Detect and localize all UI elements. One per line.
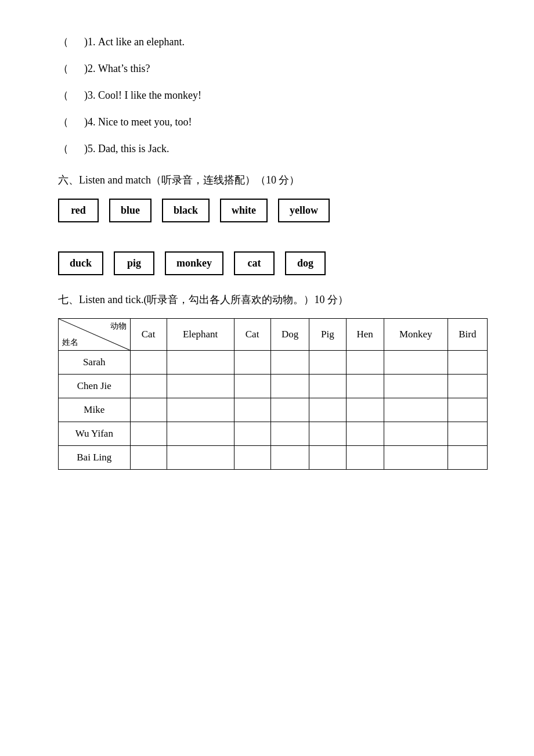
section-7: 七、Listen and tick.(听录音，勾出各人所喜欢的动物。）10 分）… <box>58 293 488 470</box>
listen-list: （ )1. Act like an elephant. （ )2. What’s… <box>58 35 488 156</box>
table-header-row: 动物 姓名 Cat Elephant Cat Dog Pig Hen Monke… <box>59 319 488 351</box>
cell <box>167 351 234 375</box>
cell <box>448 422 487 446</box>
animal-word-duck: duck <box>58 251 103 275</box>
cell <box>167 375 234 398</box>
table-row: Sarah <box>59 351 488 375</box>
table-row: Wu Yifan <box>59 422 488 446</box>
cell <box>167 422 234 446</box>
cell <box>270 351 309 375</box>
color-words-row: red blue black white yellow <box>58 199 488 222</box>
cell <box>384 351 448 375</box>
section-6-title: 六、Listen and match（听录音，连线搭配）（10 分） <box>58 173 488 187</box>
section-5: （ )1. Act like an elephant. （ )2. What’s… <box>58 35 488 156</box>
cell <box>346 446 384 470</box>
section-7-title: 七、Listen and tick.(听录音，勾出各人所喜欢的动物。）10 分） <box>58 293 488 307</box>
cell <box>448 446 487 470</box>
table-row: Bai Ling <box>59 446 488 470</box>
cell <box>309 351 346 375</box>
cell <box>234 351 270 375</box>
animal-words-row: duck pig monkey cat dog <box>58 251 488 275</box>
cell <box>270 446 309 470</box>
cell <box>309 446 346 470</box>
tick-table: 动物 姓名 Cat Elephant Cat Dog Pig Hen Monke… <box>58 318 488 470</box>
cell <box>234 422 270 446</box>
table-row: Chen Jie <box>59 375 488 398</box>
col-header-bird: Bird <box>448 319 487 351</box>
col-header-dog: Dog <box>270 319 309 351</box>
cell <box>234 398 270 422</box>
list-item: （ )4. Nice to meet you, too! <box>58 115 488 129</box>
cell <box>130 422 167 446</box>
cell <box>309 375 346 398</box>
cell <box>130 375 167 398</box>
list-item: （ )5. Dad, this is Jack. <box>58 142 488 156</box>
cell <box>167 398 234 422</box>
cell <box>270 422 309 446</box>
col-header-cat2: Cat <box>234 319 270 351</box>
cell <box>448 398 487 422</box>
cell <box>448 375 487 398</box>
cell <box>270 375 309 398</box>
cell <box>130 351 167 375</box>
cell <box>346 398 384 422</box>
cell <box>270 398 309 422</box>
cell <box>384 422 448 446</box>
name-bailing: Bai Ling <box>59 446 131 470</box>
col-header-pig: Pig <box>309 319 346 351</box>
list-item: （ )1. Act like an elephant. <box>58 35 488 49</box>
animal-word-dog: dog <box>285 251 326 275</box>
list-item: （ )2. What’s this? <box>58 62 488 75</box>
cell <box>346 422 384 446</box>
color-word-white: white <box>220 199 268 222</box>
diagonal-top-label: 动物 <box>110 321 127 332</box>
color-word-blue: blue <box>109 199 151 222</box>
header-diagonal-cell: 动物 姓名 <box>59 319 131 351</box>
cell <box>309 422 346 446</box>
cell <box>448 351 487 375</box>
name-wuyifan: Wu Yifan <box>59 422 131 446</box>
cell <box>384 446 448 470</box>
cell <box>130 446 167 470</box>
cell <box>167 446 234 470</box>
animal-word-cat: cat <box>234 251 275 275</box>
animal-word-monkey: monkey <box>165 251 223 275</box>
cell <box>384 398 448 422</box>
cell <box>130 398 167 422</box>
cell <box>234 446 270 470</box>
col-header-monkey: Monkey <box>384 319 448 351</box>
color-word-red: red <box>58 199 99 222</box>
cell <box>384 375 448 398</box>
table-row: Mike <box>59 398 488 422</box>
name-chenjie: Chen Jie <box>59 375 131 398</box>
color-word-black: black <box>162 199 210 222</box>
diagonal-bottom-label: 姓名 <box>62 337 78 348</box>
col-header-elephant: Elephant <box>167 319 234 351</box>
name-mike: Mike <box>59 398 131 422</box>
col-header-hen: Hen <box>346 319 384 351</box>
list-item: （ )3. Cool! I like the monkey! <box>58 88 488 102</box>
name-sarah: Sarah <box>59 351 131 375</box>
section-6: 六、Listen and match（听录音，连线搭配）（10 分） red b… <box>58 173 488 275</box>
animal-word-pig: pig <box>114 251 154 275</box>
color-word-yellow: yellow <box>278 199 330 222</box>
cell <box>346 351 384 375</box>
cell <box>234 375 270 398</box>
col-header-cat1: Cat <box>130 319 167 351</box>
cell <box>309 398 346 422</box>
cell <box>346 375 384 398</box>
